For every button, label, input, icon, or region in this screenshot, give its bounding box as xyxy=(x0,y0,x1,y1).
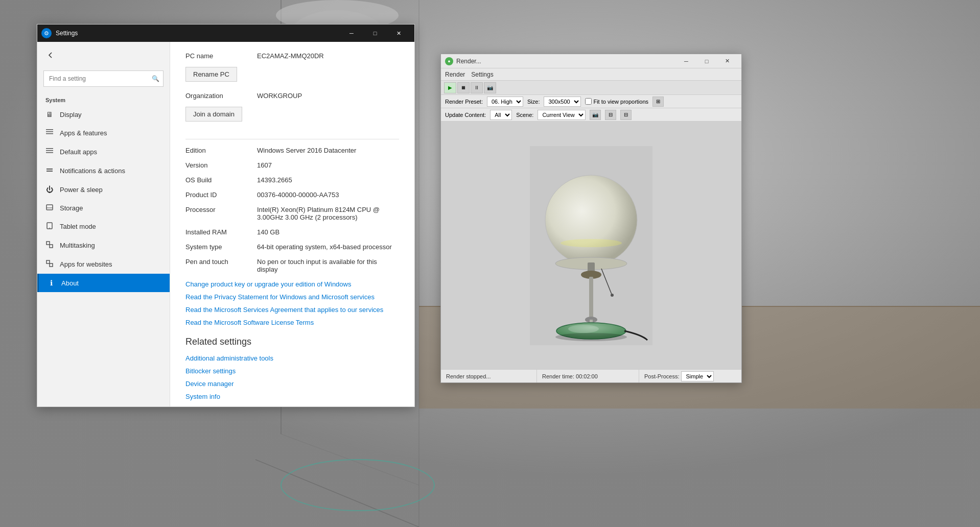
render-pause-button[interactable]: ⏸ xyxy=(471,82,483,93)
sidebar-item-power[interactable]: ⏻ Power & sleep xyxy=(37,180,170,199)
link-license[interactable]: Read the Microsoft Software License Term… xyxy=(185,319,399,326)
appswebsites-icon xyxy=(45,260,54,269)
fit-view-checkbox[interactable] xyxy=(585,98,592,105)
render-maximize-button[interactable]: □ xyxy=(696,56,717,67)
svg-rect-16 xyxy=(46,150,53,151)
display-icon: 🖥 xyxy=(45,110,54,118)
link-device-manager[interactable]: Device manager xyxy=(185,380,399,388)
storage-icon xyxy=(45,204,54,212)
svg-rect-15 xyxy=(46,148,53,149)
render-menu-render[interactable]: Render xyxy=(445,71,465,78)
link-admin-tools[interactable]: Additional administrative tools xyxy=(185,354,399,362)
divider-1 xyxy=(185,139,399,139)
svg-rect-13 xyxy=(46,131,53,132)
scene-options-button[interactable]: ⊟ xyxy=(605,110,616,120)
product-id-label: Product ID xyxy=(185,191,257,199)
sidebar-item-apps-label: Apps & features xyxy=(60,129,107,137)
pc-name-label: PC name xyxy=(185,52,257,60)
render-options-bar-1: Render Preset: 06. High Size: 300x500 Fi… xyxy=(441,95,741,108)
sidebar-item-apps[interactable]: Apps & features xyxy=(37,124,170,142)
search-input[interactable] xyxy=(43,70,164,87)
link-system-info[interactable]: System info xyxy=(185,393,399,400)
join-domain-button[interactable]: Join a domain xyxy=(185,107,242,122)
render-options-bar-2: Update Content: All Scene: Current View … xyxy=(441,108,741,122)
ram-row: Installed RAM 140 GB xyxy=(185,228,399,236)
render-time-section: Render time: 00:02:00 xyxy=(537,370,639,382)
render-stop-button[interactable]: ⏹ xyxy=(457,82,470,93)
os-build-row: OS Build 14393.2665 xyxy=(185,176,399,184)
ram-value: 140 GB xyxy=(257,228,279,236)
sidebar-item-multitasking[interactable]: Multitasking xyxy=(37,236,170,255)
settings-window: ⚙ Settings ─ □ ✕ 🔍 System 🖥 Display xyxy=(37,24,415,407)
render-statusbar: Render stopped... Render time: 00:02:00 … xyxy=(441,369,741,382)
link-product-key[interactable]: Change product key or upgrade your editi… xyxy=(185,280,399,288)
render-title: Render... xyxy=(456,58,673,65)
sidebar-item-tablet[interactable]: Tablet mode xyxy=(37,217,170,236)
sidebar-item-appswebsites[interactable]: Apps for websites xyxy=(37,255,170,274)
render-preset-select[interactable]: 06. High xyxy=(487,97,523,107)
render-viewport xyxy=(441,122,741,369)
render-menu-settings[interactable]: Settings xyxy=(471,71,493,78)
sidebar: 🔍 System 🖥 Display Apps & features Defau… xyxy=(37,42,170,406)
render-size-select[interactable]: 300x500 xyxy=(544,97,581,107)
sidebar-item-about[interactable]: ℹ About xyxy=(37,274,170,292)
render-options-extra-button[interactable]: ⊞ xyxy=(652,97,664,107)
svg-rect-12 xyxy=(46,129,53,130)
render-minimize-button[interactable]: ─ xyxy=(676,56,696,67)
back-button[interactable] xyxy=(41,46,60,64)
render-close-button[interactable]: ✕ xyxy=(717,56,737,67)
maximize-button[interactable]: □ xyxy=(363,25,387,42)
link-services[interactable]: Read the Microsoft Services Agreement th… xyxy=(185,306,399,314)
apps-icon xyxy=(45,129,54,137)
product-id-value: 00376-40000-00000-AA753 xyxy=(257,191,339,199)
link-bitlocker[interactable]: Bitlocker settings xyxy=(185,367,399,375)
power-icon: ⏻ xyxy=(45,185,54,194)
post-process-select[interactable]: Simple xyxy=(681,371,714,381)
os-build-label: OS Build xyxy=(185,176,257,184)
edition-value: Windows Server 2016 Datacenter xyxy=(257,147,356,154)
processor-row: Processor Intel(R) Xeon(R) Platinum 8124… xyxy=(185,206,399,221)
pc-name-row: PC name EC2AMAZ-MMQ20DR xyxy=(185,52,399,60)
sidebar-item-default[interactable]: Default apps xyxy=(37,142,170,161)
update-content-label: Update Content: xyxy=(445,112,486,118)
organization-label: Organization xyxy=(185,92,257,100)
render-capture-button[interactable]: 📷 xyxy=(484,82,496,93)
sidebar-item-display-label: Display xyxy=(60,111,82,118)
sidebar-item-notifications[interactable]: Notifications & actions xyxy=(37,161,170,180)
render-titlebar-controls: ─ □ ✕ xyxy=(676,56,737,67)
organization-row: Organization WORKGROUP xyxy=(185,92,399,100)
svg-rect-27 xyxy=(50,264,53,267)
sidebar-item-display[interactable]: 🖥 Display xyxy=(37,105,170,124)
sidebar-item-storage[interactable]: Storage xyxy=(37,199,170,217)
render-app-icon: ● xyxy=(445,57,453,65)
settings-app-icon: ⚙ xyxy=(41,28,52,38)
sidebar-item-multitasking-label: Multitasking xyxy=(60,242,95,249)
edition-row: Edition Windows Server 2016 Datacenter xyxy=(185,147,399,154)
os-build-value: 14393.2665 xyxy=(257,176,292,184)
scene-extra-button[interactable]: ⊟ xyxy=(620,110,632,120)
update-content-select[interactable]: All xyxy=(490,110,512,120)
lamp-render-image xyxy=(530,146,652,345)
sidebar-item-notifications-label: Notifications & actions xyxy=(60,167,125,175)
svg-point-30 xyxy=(561,239,622,247)
render-status-text: Render stopped... xyxy=(441,370,537,382)
svg-rect-24 xyxy=(46,242,50,245)
scene-select[interactable]: Current View xyxy=(538,110,586,120)
rename-pc-button[interactable]: Rename PC xyxy=(185,67,237,82)
render-preset-label: Render Preset: xyxy=(445,99,483,105)
multitasking-icon xyxy=(45,241,54,250)
system-type-row: System type 64-bit operating system, x64… xyxy=(185,243,399,251)
settings-titlebar: ⚙ Settings ─ □ ✕ xyxy=(37,25,414,42)
pen-touch-value: No pen or touch input is available for t… xyxy=(257,258,399,273)
minimize-button[interactable]: ─ xyxy=(340,25,363,42)
svg-rect-19 xyxy=(46,171,53,172)
sidebar-section-label: System xyxy=(37,93,170,105)
link-privacy[interactable]: Read the Privacy Statement for Windows a… xyxy=(185,293,399,301)
version-row: Version 1607 xyxy=(185,161,399,169)
product-id-row: Product ID 00376-40000-00000-AA753 xyxy=(185,191,399,199)
close-button[interactable]: ✕ xyxy=(387,25,410,42)
sidebar-item-storage-label: Storage xyxy=(60,204,83,212)
render-play-button[interactable]: ▶ xyxy=(444,82,456,93)
scene-camera-button[interactable]: 📷 xyxy=(590,110,601,120)
post-process-section: Post-Process: Simple xyxy=(639,370,741,382)
